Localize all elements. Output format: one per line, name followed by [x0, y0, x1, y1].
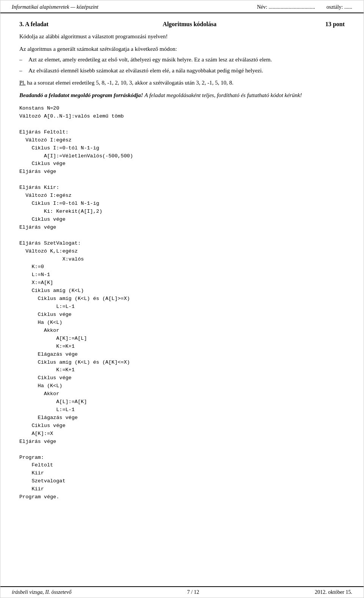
intro-text: Kódolja az alábbi algoritmust a választo…	[19, 32, 345, 41]
page-footer: írásbeli vizsga, II. összetevő 7 / 12 20…	[0, 586, 364, 598]
task-number: 3. A feladat	[19, 21, 65, 28]
class-label: osztály: ......	[326, 4, 352, 10]
dash-text-1: Azt az elemet, amely eredetileg az első …	[28, 55, 345, 64]
code-block: Konstans N=20 Változó A[0..N-1]:valós el…	[19, 105, 345, 501]
footer-exam-label: írásbeli vizsga, II. összetevő	[12, 589, 71, 595]
footer-date: 2012. október 15.	[315, 589, 352, 595]
task-points: 13 pont	[314, 21, 345, 28]
header-subject: Informatikai alapismeretek — középszint	[12, 4, 99, 10]
pl-content: ha a sorozat elemei eredetileg 5, 8, -1,…	[27, 80, 234, 86]
task-intro: Kódolja az alábbi algoritmust a választo…	[19, 32, 345, 41]
name-label: Név: ...................................	[257, 4, 315, 10]
feladat-note: A feladat megoldásaként teljes, fordítha…	[144, 92, 302, 98]
task-title: Algoritmus kódolása	[65, 21, 314, 28]
dash-symbol-1: –	[19, 55, 27, 64]
main-content: 3. A feladat Algoritmus kódolása 13 pont…	[0, 13, 364, 505]
beadando-block: Beadandó a feladatot megoldó program for…	[19, 91, 345, 100]
dash-item-2: – Az elválasztó elemnél kisebb számokat …	[19, 66, 345, 75]
pl-example: Pl. ha a sorozat elemei eredetileg 5, 8,…	[19, 78, 345, 87]
pl-text: Pl. ha a sorozat elemei eredetileg 5, 8,…	[19, 78, 345, 87]
beadando-label: Beadandó a feladatot megoldó program for…	[19, 92, 143, 98]
pl-label: Pl.	[19, 80, 25, 86]
page-header: Informatikai alapismeretek — középszint …	[0, 0, 364, 13]
desc1-text: Az algoritmus a generált számokat szétvá…	[19, 45, 345, 53]
task-description: Az algoritmus a generált számokat szétvá…	[19, 45, 345, 75]
page: Informatikai alapismeretek — középszint …	[0, 0, 364, 598]
footer-page-number: 7 / 12	[187, 589, 199, 595]
dash-item-1: – Azt az elemet, amely eredetileg az els…	[19, 55, 345, 64]
header-name-class: Név: ...................................…	[257, 4, 352, 10]
task-header-row: 3. A feladat Algoritmus kódolása 13 pont	[19, 21, 345, 28]
dash-symbol-2: –	[19, 66, 27, 75]
dash-text-2: Az elválasztó elemnél kisebb számokat az…	[28, 66, 345, 75]
beadando-text: Beadandó a feladatot megoldó program for…	[19, 91, 345, 100]
